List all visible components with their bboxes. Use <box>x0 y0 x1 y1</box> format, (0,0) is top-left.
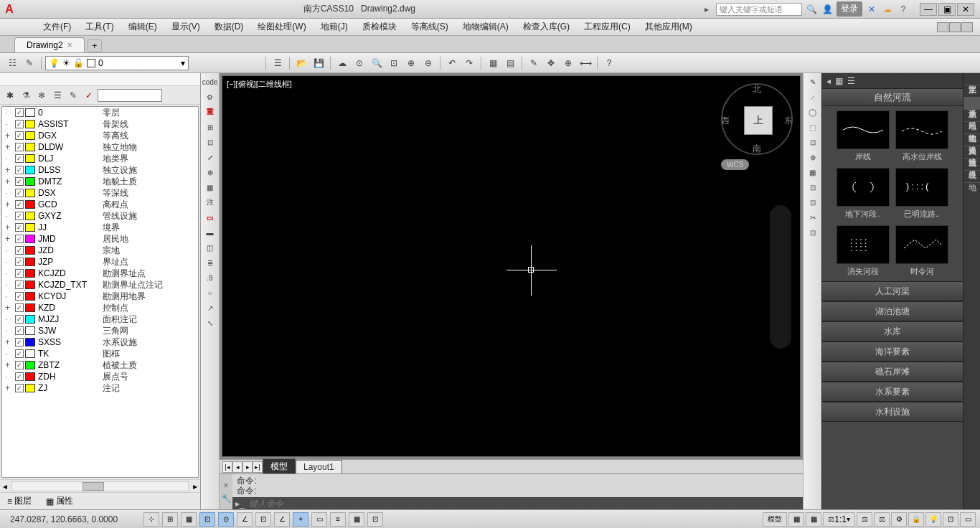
layer-color-swatch[interactable] <box>25 258 35 266</box>
expand-icon[interactable]: + <box>5 234 14 244</box>
snap-icon[interactable]: ⊕ <box>560 55 576 71</box>
save-icon[interactable]: 💾 <box>311 55 326 71</box>
dimension-icon[interactable]: ⟷ <box>578 55 593 71</box>
side-tab-管线设施[interactable]: 管线设施 <box>963 146 980 159</box>
expand-icon[interactable]: + <box>5 165 14 175</box>
symbol-item[interactable]: 时令河 <box>895 225 948 277</box>
symbol-item[interactable]: 地下河段.. <box>837 168 890 220</box>
layer-checkbox[interactable]: ✓ <box>15 246 24 255</box>
layer-row[interactable]: · ✓ SJW 三角网 <box>2 325 198 336</box>
layer-row[interactable]: + ✓ GCD 高程点 <box>2 199 198 210</box>
isolate-objects-button[interactable]: ⊡ <box>943 512 958 527</box>
prev-tab-button[interactable]: ◂ <box>232 461 242 473</box>
vt-tool-1[interactable]: ⚙ <box>202 90 218 104</box>
layer-checkbox[interactable]: ✓ <box>15 338 24 346</box>
auto-scale-button[interactable]: ⚖ <box>874 512 890 527</box>
menu-其他应用(M)[interactable]: 其他应用(M) <box>638 18 699 36</box>
dynamic-ucs-button[interactable]: + <box>293 512 308 527</box>
layer-color-swatch[interactable] <box>25 108 35 117</box>
layer-row[interactable]: + ✓ SXSS 水系设施 <box>2 336 198 348</box>
side-tab-文字注记[interactable]: 文字注记 <box>963 73 980 85</box>
close-button[interactable]: ✕ <box>957 3 974 16</box>
layer-checkbox[interactable]: ✓ <box>15 154 24 163</box>
expand-icon[interactable]: · <box>5 188 14 198</box>
vt-tool-6[interactable]: ⊕ <box>202 165 218 179</box>
layer-color-swatch[interactable] <box>25 280 35 289</box>
tab-close-icon[interactable]: × <box>67 40 72 50</box>
login-button[interactable]: 登录 <box>837 1 862 16</box>
menu-编辑(E)[interactable]: 编辑(E) <box>121 18 164 36</box>
snap-mode-button[interactable]: ⊞ <box>162 512 178 527</box>
expand-icon[interactable]: · <box>5 245 14 255</box>
vt-tool-5[interactable]: ⤢ <box>202 150 218 164</box>
layer-color-swatch[interactable] <box>25 292 35 301</box>
ortho-mode-button[interactable]: ⊡ <box>199 512 215 527</box>
vt-tool-2[interactable]: ◯ <box>805 105 821 119</box>
help-toolbar-icon[interactable]: ? <box>601 55 617 71</box>
menu-工程应用(C)[interactable]: 工程应用(C) <box>577 18 638 36</box>
vt-tool-14[interactable]: ○ <box>202 286 218 300</box>
menu-地物编辑(A)[interactable]: 地物编辑(A) <box>456 18 516 36</box>
layer-color-swatch[interactable] <box>25 120 35 128</box>
wcs-badge[interactable]: WCS <box>721 159 749 170</box>
layer-row[interactable]: · ✓ DLJ 地类界 <box>2 153 198 164</box>
layer-checkbox[interactable]: ✓ <box>15 177 24 186</box>
layer-color-swatch[interactable] <box>25 372 35 381</box>
layer-row[interactable]: · ✓ 0 零层 <box>2 107 198 118</box>
layer-tree[interactable]: · ✓ 0 零层· ✓ ASSIST 骨架线+ ✓ DGX 等高线+ ✓ DLD… <box>1 106 199 478</box>
layer-match-icon[interactable]: ✎ <box>66 88 80 103</box>
layer-row[interactable]: · ✓ JZP 界址点 <box>2 256 198 268</box>
layer-color-swatch[interactable] <box>25 315 35 324</box>
category-row[interactable]: 海洋要素 <box>822 341 963 362</box>
vt-tool-16[interactable]: ⤡ <box>202 316 218 330</box>
expand-icon[interactable]: · <box>5 326 14 336</box>
object-snap-button[interactable]: ∠ <box>237 512 253 527</box>
layer-row[interactable]: · ✓ TK 图框 <box>2 348 198 359</box>
new-tab-button[interactable]: + <box>88 39 102 52</box>
vt-tool-5[interactable]: ⊕ <box>805 150 821 164</box>
layer-checkbox[interactable]: ✓ <box>15 223 24 232</box>
layer-row[interactable]: + ✓ JMD 居民地 <box>2 233 198 245</box>
model-tab[interactable]: 模型 <box>263 458 296 475</box>
dynamic-input-button[interactable]: ▭ <box>311 512 327 527</box>
clean-screen-button[interactable]: ▭ <box>960 512 976 527</box>
zoom-realtime-icon[interactable]: ⊕ <box>403 55 419 71</box>
menu-工具(T)[interactable]: 工具(T) <box>78 18 121 36</box>
vt-tool-9[interactable]: ✂ <box>805 210 821 225</box>
lineweight-button[interactable]: ≡ <box>330 512 346 527</box>
layer-checkbox[interactable]: ✓ <box>15 372 24 381</box>
layer-color-swatch[interactable] <box>25 246 35 255</box>
polar-tracking-button[interactable]: ⊙ <box>218 512 234 527</box>
next-tab-button[interactable]: ▸ <box>242 461 253 473</box>
help-icon[interactable]: ? <box>897 3 910 16</box>
layer-row[interactable]: · ✓ KCJZD_TXT 勘测界址点注记 <box>2 279 198 291</box>
layer-row[interactable]: · ✓ MJZJ 面积注记 <box>2 314 198 325</box>
layer-checkbox[interactable]: ✓ <box>15 303 24 312</box>
zoom-window-icon[interactable]: 🔍 <box>369 55 385 71</box>
title-dropdown-icon[interactable]: ▸ <box>700 3 713 16</box>
layer-manager-icon[interactable]: ☷ <box>4 55 20 71</box>
expand-icon[interactable]: + <box>5 222 14 232</box>
vt-tool-12[interactable]: ≣ <box>202 255 218 270</box>
quick-props-button[interactable]: ⊡ <box>367 512 383 527</box>
search-icon[interactable]: 🔍 <box>805 3 818 16</box>
layer-checkbox[interactable]: ✓ <box>15 315 24 324</box>
expand-icon[interactable]: · <box>5 119 14 129</box>
menu-地籍(J)[interactable]: 地籍(J) <box>314 18 355 36</box>
layer-freeze-icon[interactable]: ❄ <box>34 88 49 103</box>
symbol-item[interactable]: : : : :: : : : 消失河段 <box>837 225 890 277</box>
vt-tool-3[interactable]: ⬚ <box>805 120 821 134</box>
layer-list-icon[interactable]: ☰ <box>50 88 65 103</box>
expand-icon[interactable]: + <box>5 199 14 209</box>
expand-icon[interactable]: + <box>5 142 14 152</box>
layer-row[interactable]: + ✓ DLDW 独立地物 <box>2 141 198 153</box>
layer-checkbox[interactable]: ✓ <box>15 189 24 197</box>
panel-grid-icon[interactable]: ▦ <box>835 76 843 86</box>
viewcube-top-face[interactable]: 上 <box>744 106 773 135</box>
expand-icon[interactable]: · <box>5 257 14 267</box>
vt-tool-4[interactable]: ⊡ <box>805 135 821 149</box>
model-space-button[interactable]: 模型 <box>763 512 787 527</box>
3d-snap-button[interactable]: ⊡ <box>255 512 271 527</box>
category-row[interactable]: 湖泊池塘 <box>822 301 963 321</box>
grid-display-button[interactable]: ▦ <box>181 512 197 527</box>
